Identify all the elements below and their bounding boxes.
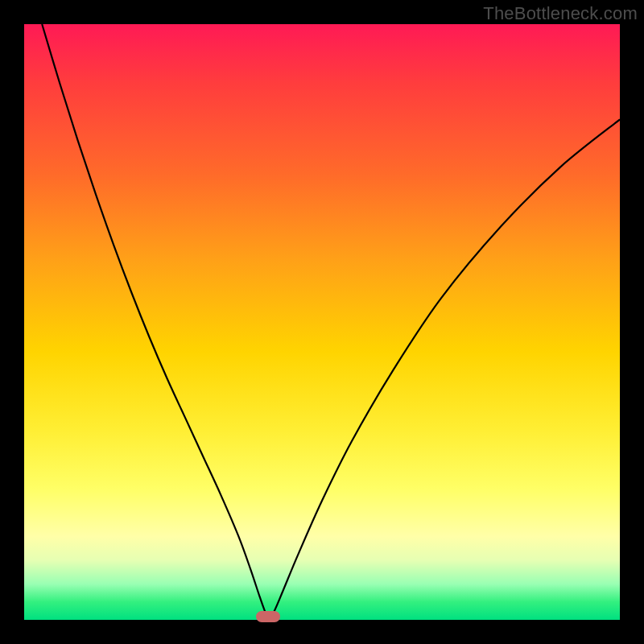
chart-frame: TheBottleneck.com (0, 0, 644, 644)
watermark-text: TheBottleneck.com (483, 3, 638, 24)
optimum-marker (256, 611, 280, 622)
curve-right-branch (268, 119, 620, 620)
bottleneck-curve (24, 24, 620, 620)
curve-left-branch (42, 24, 268, 620)
plot-area (24, 24, 620, 620)
